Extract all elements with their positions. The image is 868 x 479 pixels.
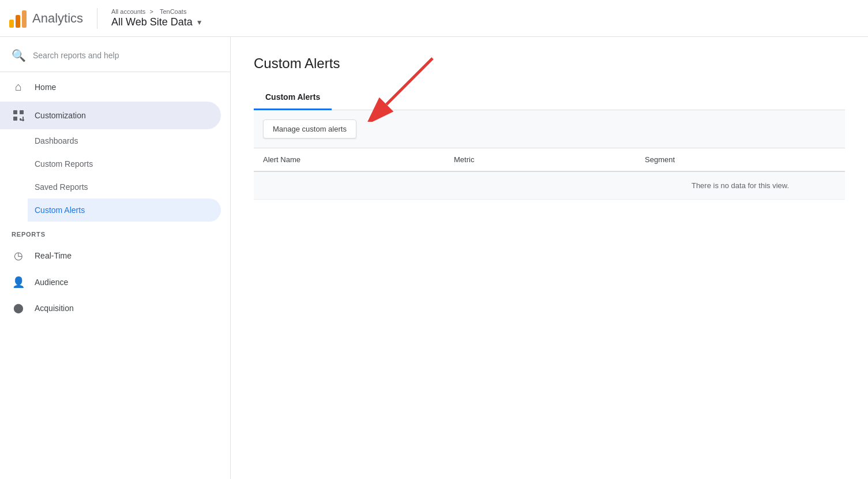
svg-rect-5 <box>20 119 25 121</box>
breadcrumb-separator: > <box>149 8 153 15</box>
table-header: Alert Name Metric Segment <box>254 148 845 172</box>
table-empty-row: There is no data for this view. <box>254 172 845 200</box>
tabs-container: Custom Alerts <box>254 85 845 110</box>
sidebar-item-custom-reports[interactable]: Custom Reports <box>35 152 221 175</box>
empty-col-1 <box>263 181 454 190</box>
page-content: Custom Alerts Custom Alerts Manag <box>231 37 868 218</box>
real-time-label: Real-Time <box>35 251 72 260</box>
sidebar-item-saved-reports[interactable]: Saved Reports <box>35 175 221 199</box>
customization-icon <box>12 110 25 121</box>
chevron-down-icon: ▼ <box>196 18 203 27</box>
app-header: Analytics All accounts > TenCoats All We… <box>0 0 868 37</box>
main-layout: 🔍 Search reports and help ⌂ Home Customi… <box>0 37 868 479</box>
svg-rect-1 <box>20 110 24 114</box>
analytics-title: Analytics <box>32 11 83 26</box>
table-toolbar: Manage custom alerts <box>254 110 845 148</box>
analytics-logo <box>9 9 27 28</box>
property-selector[interactable]: All Web Site Data ▼ <box>111 16 203 28</box>
page-title: Custom Alerts <box>254 55 845 72</box>
acquisition-icon: ⬤ <box>12 302 25 313</box>
main-content-area: Custom Alerts Custom Alerts Manag <box>231 37 868 479</box>
sidebar-home-label: Home <box>35 83 56 92</box>
table-wrapper: Manage custom alerts Alert Name Metric S… <box>254 110 845 200</box>
acquisition-label: Acquisition <box>35 304 74 313</box>
custom-alerts-label: Custom Alerts <box>35 205 85 215</box>
empty-col-2 <box>454 181 645 190</box>
tab-custom-alerts[interactable]: Custom Alerts <box>254 85 332 110</box>
sidebar-customization-label: Customization <box>35 111 86 120</box>
breadcrumb-top: All accounts > TenCoats <box>111 8 203 15</box>
breadcrumb-account: TenCoats <box>160 8 186 15</box>
customization-sub-items: Dashboards Custom Reports Saved Reports … <box>0 129 230 222</box>
logo-bar-2 <box>16 15 20 28</box>
column-metric: Metric <box>454 155 645 164</box>
sidebar-item-custom-alerts[interactable]: Custom Alerts <box>28 199 221 222</box>
property-name: All Web Site Data <box>111 16 193 28</box>
sidebar-item-dashboards[interactable]: Dashboards <box>35 129 221 152</box>
audience-label: Audience <box>35 278 68 287</box>
logo-container: Analytics <box>9 9 83 28</box>
clock-icon: ◷ <box>12 249 25 262</box>
header-breadcrumb: All accounts > TenCoats All Web Site Dat… <box>111 8 203 28</box>
svg-rect-2 <box>13 117 17 121</box>
sidebar-search[interactable]: 🔍 Search reports and help <box>0 37 230 72</box>
person-icon: 👤 <box>12 276 25 289</box>
logo-bar-1 <box>9 20 14 28</box>
saved-reports-label: Saved Reports <box>35 182 88 192</box>
svg-rect-0 <box>13 110 17 114</box>
sidebar-item-acquisition[interactable]: ⬤ Acquisition <box>0 295 230 320</box>
manage-custom-alerts-button[interactable]: Manage custom alerts <box>263 119 356 139</box>
dashboards-label: Dashboards <box>35 136 78 145</box>
search-icon: 🔍 <box>12 48 26 62</box>
reports-section-label: REPORTS <box>0 222 230 242</box>
sidebar-item-customization[interactable]: Customization <box>0 102 221 129</box>
search-placeholder: Search reports and help <box>33 51 119 60</box>
column-segment: Segment <box>645 155 836 164</box>
home-icon: ⌂ <box>12 80 25 93</box>
sidebar-item-audience[interactable]: 👤 Audience <box>0 269 230 295</box>
column-alert-name: Alert Name <box>263 155 454 164</box>
logo-bar-3 <box>22 10 27 28</box>
header-divider <box>97 8 97 29</box>
empty-message: There is no data for this view. <box>645 181 836 190</box>
sidebar: 🔍 Search reports and help ⌂ Home Customi… <box>0 37 231 479</box>
sidebar-item-real-time[interactable]: ◷ Real-Time <box>0 242 230 269</box>
custom-reports-label: Custom Reports <box>35 159 93 169</box>
breadcrumb-all-accounts[interactable]: All accounts <box>111 8 145 15</box>
alerts-table: Alert Name Metric Segment There is no da… <box>254 148 845 200</box>
sidebar-item-home[interactable]: ⌂ Home <box>0 72 230 102</box>
